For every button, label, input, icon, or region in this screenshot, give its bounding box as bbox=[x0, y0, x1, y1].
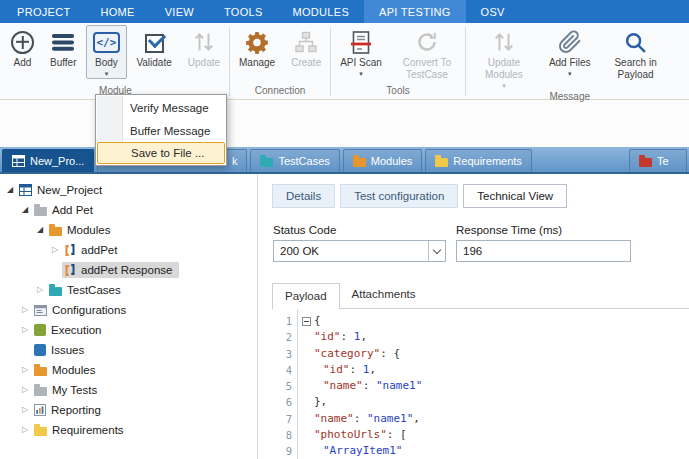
expanded-arrow-icon[interactable]: ◢ bbox=[19, 206, 31, 214]
update-modules-button: Update Modules▾ bbox=[468, 25, 540, 91]
tree-item-testcases[interactable]: ▷TestCases bbox=[0, 280, 257, 300]
menu-item-osv[interactable]: OSV bbox=[466, 0, 520, 23]
body-button[interactable]: </>Body▾ bbox=[86, 25, 128, 79]
tab-test-configuration[interactable]: Test configuration bbox=[340, 184, 458, 208]
expanded-arrow-icon[interactable]: ◢ bbox=[4, 186, 16, 194]
document-tab-new-pro[interactable]: New_Pro... bbox=[2, 149, 94, 172]
code-token: { bbox=[393, 346, 400, 362]
document-tab-te[interactable]: Te bbox=[629, 149, 687, 172]
body-dropdown-menu: Verify MessageBuffer MessageSave to File… bbox=[95, 94, 227, 166]
search-icon bbox=[623, 30, 648, 55]
tree-item-configurations[interactable]: ▷Configurations bbox=[0, 300, 257, 320]
code-token: }, bbox=[314, 394, 327, 410]
chevron-down-icon[interactable] bbox=[428, 241, 445, 261]
code-line: "id": 1, bbox=[299, 329, 689, 345]
paperclip-icon bbox=[558, 30, 582, 54]
menu-item-verify-message[interactable]: Verify Message bbox=[97, 96, 225, 119]
tree-item-my-tests[interactable]: ▷My Tests bbox=[0, 380, 257, 400]
tree-item-content: Issues bbox=[32, 342, 91, 358]
collapsed-arrow-icon[interactable]: ▷ bbox=[19, 326, 31, 334]
tree-item-reporting[interactable]: ▷Reporting bbox=[0, 400, 257, 420]
collapsed-arrow-icon[interactable]: ▷ bbox=[19, 306, 31, 314]
collapsed-arrow-icon[interactable]: ▷ bbox=[49, 246, 61, 254]
collapsed-arrow-icon[interactable]: ▷ bbox=[19, 426, 31, 434]
buffer-button[interactable]: Buffer bbox=[43, 25, 84, 71]
fold-collapse-icon[interactable] bbox=[302, 317, 311, 326]
square-icon bbox=[34, 344, 46, 356]
tab-technical-view[interactable]: Technical View bbox=[463, 184, 567, 208]
folder-icon bbox=[34, 427, 47, 436]
line-number: 1 bbox=[272, 313, 297, 329]
menu-item-project[interactable]: PROJECT bbox=[2, 0, 85, 23]
validate-button[interactable]: Validate bbox=[129, 25, 178, 71]
add-icon bbox=[11, 31, 34, 54]
payload-code-editor[interactable]: 123456789 {"id": 1,"category": {"id": 1,… bbox=[272, 308, 689, 459]
tab-attachments[interactable]: Attachments bbox=[340, 282, 428, 308]
menu-item-view[interactable]: VIEW bbox=[150, 0, 209, 23]
menu-item-api-testing[interactable]: API TESTING bbox=[364, 0, 466, 23]
tab-label: k bbox=[232, 155, 238, 167]
add-files-button[interactable]: Add Files▾ bbox=[542, 25, 598, 79]
response-time-field[interactable]: 196 bbox=[456, 240, 631, 262]
tree-item-addpet-response[interactable]: addPet Response bbox=[0, 260, 257, 280]
code-token: : bbox=[380, 346, 393, 362]
code-token: "id" bbox=[314, 329, 341, 345]
tree-item-requirements[interactable]: ▷Requirements bbox=[0, 420, 257, 440]
collapsed-arrow-icon[interactable]: ▷ bbox=[34, 286, 46, 294]
tree-item-label: Modules bbox=[67, 224, 110, 236]
menu-item-home[interactable]: HOME bbox=[85, 0, 149, 23]
line-number: 5 bbox=[272, 378, 297, 394]
tab-payload[interactable]: Payload bbox=[272, 283, 340, 309]
code-token: , bbox=[360, 329, 367, 345]
tree-item-content: Modules bbox=[47, 222, 117, 238]
collapsed-arrow-icon[interactable]: ▷ bbox=[19, 366, 31, 374]
button-icon-area: </> bbox=[93, 28, 121, 56]
menu-item-tools[interactable]: TOOLS bbox=[209, 0, 278, 23]
menu-item-save-to-file[interactable]: Save to File ... bbox=[97, 142, 225, 164]
ribbon-group-message: Update Modules▾Add Files▾Search in Paylo… bbox=[467, 23, 673, 99]
menu-item-buffer-message[interactable]: Buffer Message bbox=[97, 119, 225, 142]
code-token: 1 bbox=[354, 329, 361, 345]
tree-item-content: addPet Response bbox=[62, 262, 179, 278]
document-tab-requirements[interactable]: Requirements bbox=[425, 149, 531, 172]
module-icon bbox=[64, 264, 76, 276]
button-icon-area bbox=[558, 28, 582, 56]
tree-item-label: addPet Response bbox=[81, 264, 172, 276]
tree-item-label: New_Project bbox=[37, 184, 102, 196]
tree-item-new-project[interactable]: ◢New_Project bbox=[0, 180, 257, 200]
tree-item-issues[interactable]: Issues bbox=[0, 340, 257, 360]
status-code-select[interactable]: 200 OK bbox=[273, 240, 446, 262]
tree-item-modules[interactable]: ▷Modules bbox=[0, 360, 257, 380]
update-button: Update bbox=[181, 25, 227, 71]
tree-item-label: Reporting bbox=[51, 404, 101, 416]
chevron-down-icon: ▾ bbox=[105, 70, 109, 77]
tab-details[interactable]: Details bbox=[272, 184, 335, 208]
tree-item-content: TestCases bbox=[47, 282, 128, 298]
folder-icon bbox=[49, 287, 62, 296]
manage-button[interactable]: Manage bbox=[232, 25, 282, 71]
code-line: "category": { bbox=[299, 346, 689, 362]
payload-tab-bar: PayloadAttachments bbox=[272, 282, 427, 308]
group-separator bbox=[330, 27, 331, 96]
convert-icon bbox=[415, 30, 439, 54]
collapsed-arrow-icon[interactable]: ▷ bbox=[19, 406, 31, 414]
code-token: , bbox=[413, 411, 420, 427]
add-button[interactable]: Add bbox=[4, 25, 41, 71]
menu-item-modules[interactable]: MODULES bbox=[278, 0, 365, 23]
tab-label: New_Pro... bbox=[30, 155, 84, 167]
tree-item-addpet[interactable]: ▷addPet bbox=[0, 240, 257, 260]
code-line: "ArrayItem1" bbox=[299, 443, 689, 459]
tree-item-execution[interactable]: ▷Execution bbox=[0, 320, 257, 340]
code-token: "name" bbox=[323, 378, 363, 394]
tree-item-modules[interactable]: ◢Modules bbox=[0, 220, 257, 240]
tree-item-add-pet[interactable]: ◢Add Pet bbox=[0, 200, 257, 220]
api-scan-button[interactable]: API Scan▾ bbox=[333, 25, 389, 79]
code-token: : bbox=[350, 362, 363, 378]
search-in-payload-button[interactable]: Search in Payload bbox=[600, 25, 672, 83]
document-tab-testcases[interactable]: TestCases bbox=[250, 149, 339, 172]
code-token: "name1" bbox=[376, 378, 422, 394]
expanded-arrow-icon[interactable]: ◢ bbox=[34, 226, 46, 234]
collapsed-arrow-icon[interactable]: ▷ bbox=[19, 386, 31, 394]
document-tab-modules[interactable]: Modules bbox=[343, 149, 423, 172]
chevron-shape bbox=[433, 245, 441, 253]
